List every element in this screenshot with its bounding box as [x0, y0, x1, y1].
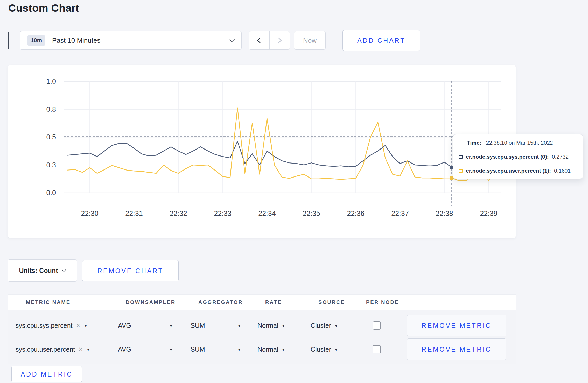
units-label: Units: Count: [19, 267, 58, 274]
svg-text:1.0: 1.0: [46, 77, 56, 85]
chevron-down-icon: [62, 268, 66, 272]
chevron-right-icon: [276, 38, 282, 44]
metric-name-value: sys.cpu.user.percent: [16, 346, 75, 353]
tooltip-series-row: cr.node.sys.cpu.sys.percent (0): 0.2732: [459, 154, 577, 160]
caret-down-icon: ▼: [237, 347, 241, 352]
chart-card: 0.00.30.50.81.022:3022:3122:3222:3322:34…: [8, 65, 516, 238]
svg-text:22:39: 22:39: [480, 210, 498, 217]
col-header-per-node: PER NODE: [366, 299, 399, 305]
svg-text:22:38: 22:38: [436, 210, 453, 217]
svg-text:22:37: 22:37: [391, 210, 409, 217]
now-button[interactable]: Now: [294, 31, 326, 50]
series-sys-swatch-icon: [459, 155, 463, 159]
series-user-swatch-icon: [459, 169, 463, 173]
chart-tooltip: Time: 22:38:10 on Mar 15th, 2022 cr.node…: [453, 134, 583, 179]
source-value: Cluster: [311, 322, 331, 329]
time-range-dropdown[interactable]: 10m Past 10 Minutes: [20, 31, 242, 50]
svg-text:22:32: 22:32: [170, 210, 187, 217]
per-node-checkbox[interactable]: [373, 345, 381, 353]
prev-time-button[interactable]: [249, 31, 269, 49]
remove-chart-button[interactable]: REMOVE CHART: [82, 260, 179, 281]
metrics-table-rows: sys.cpu.sys.percent × ▼ AVG ▼ SUM ▼ Norm…: [8, 310, 516, 364]
tooltip-time-value: 22:38:10 on Mar 15th, 2022: [486, 140, 553, 146]
caret-down-icon: ▼: [169, 323, 173, 328]
aggregator-select[interactable]: SUM ▼: [191, 337, 241, 361]
svg-text:22:30: 22:30: [81, 210, 99, 217]
tooltip-series-value: 0.1601: [554, 168, 571, 174]
rate-value: Normal: [257, 346, 278, 353]
chevron-left-icon: [257, 38, 263, 44]
per-node-checkbox[interactable]: [373, 321, 381, 330]
rate-select[interactable]: Normal ▼: [257, 337, 285, 361]
source-value: Cluster: [311, 346, 331, 353]
col-header-downsampler: DOWNSAMPLER: [126, 299, 176, 305]
time-range-badge: 10m: [27, 35, 45, 46]
remove-metric-button[interactable]: REMOVE METRIC: [407, 338, 506, 360]
svg-text:22:31: 22:31: [125, 210, 143, 217]
table-row: sys.cpu.user.percent × ▼ AVG ▼ SUM ▼ Nor…: [8, 337, 516, 361]
caret-down-icon: ▼: [334, 347, 338, 352]
metric-name-select[interactable]: sys.cpu.user.percent × ▼: [16, 337, 90, 361]
col-header-rate: RATE: [265, 299, 282, 305]
svg-text:0.3: 0.3: [46, 161, 56, 169]
caret-down-icon: ▼: [169, 347, 173, 352]
tooltip-series-label: cr.node.sys.cpu.sys.percent (0):: [466, 154, 549, 160]
table-row: sys.cpu.sys.percent × ▼ AVG ▼ SUM ▼ Norm…: [8, 313, 516, 338]
metrics-table-header: METRIC NAME DOWNSAMPLER AGGREGATOR RATE …: [8, 294, 516, 310]
caret-down-icon: ▼: [84, 323, 88, 328]
next-time-button[interactable]: [269, 31, 290, 49]
remove-metric-button[interactable]: REMOVE METRIC: [407, 315, 506, 336]
chart-canvas[interactable]: 0.00.30.50.81.022:3022:3122:3222:3322:34…: [8, 65, 516, 238]
col-header-source: SOURCE: [318, 299, 345, 305]
aggregator-value: SUM: [191, 322, 205, 329]
svg-text:22:35: 22:35: [303, 210, 320, 217]
caret-down-icon: ▼: [334, 323, 338, 328]
clear-metric-icon[interactable]: ×: [76, 322, 80, 330]
source-select[interactable]: Cluster ▼: [311, 313, 338, 338]
add-chart-button[interactable]: ADD CHART: [342, 30, 420, 51]
caret-down-icon: ▼: [237, 323, 241, 328]
tooltip-time-row: Time: 22:38:10 on Mar 15th, 2022: [467, 140, 577, 146]
svg-text:22:33: 22:33: [214, 210, 232, 217]
rate-select[interactable]: Normal ▼: [257, 313, 285, 338]
svg-text:22:34: 22:34: [258, 210, 276, 217]
svg-text:22:36: 22:36: [347, 210, 365, 217]
caret-down-icon: ▼: [86, 347, 90, 352]
metric-name-select[interactable]: sys.cpu.sys.percent × ▼: [16, 313, 88, 338]
units-dropdown[interactable]: Units: Count: [8, 259, 77, 282]
chevron-down-icon: [229, 37, 235, 42]
aggregator-select[interactable]: SUM ▼: [191, 313, 241, 338]
downsampler-value: AVG: [118, 346, 131, 353]
downsampler-value: AVG: [118, 322, 131, 329]
time-step-buttons: [249, 31, 290, 50]
svg-text:0.8: 0.8: [46, 105, 56, 113]
caret-down-icon: ▼: [282, 347, 285, 352]
tooltip-series-label: cr.node.sys.cpu.user.percent (1):: [466, 168, 551, 174]
custom-chart-page: Custom Chart 10m Past 10 Minutes Now ADD…: [0, 0, 588, 383]
svg-text:0.0: 0.0: [46, 189, 56, 197]
source-select[interactable]: Cluster ▼: [311, 337, 338, 361]
tooltip-time-label: Time:: [467, 140, 481, 146]
toolbar-left-divider: [8, 32, 9, 49]
aggregator-value: SUM: [191, 346, 205, 353]
downsampler-select[interactable]: AVG ▼: [118, 337, 173, 361]
clear-metric-icon[interactable]: ×: [79, 345, 83, 353]
col-header-aggregator: AGGREGATOR: [198, 299, 243, 305]
tooltip-series-row: cr.node.sys.cpu.user.percent (1): 0.1601: [459, 168, 577, 174]
downsampler-select[interactable]: AVG ▼: [118, 313, 173, 338]
time-range-label: Past 10 Minutes: [52, 37, 230, 45]
rate-value: Normal: [257, 322, 278, 329]
svg-text:0.5: 0.5: [46, 133, 56, 141]
col-header-metric-name: METRIC NAME: [26, 299, 71, 305]
tooltip-series-value: 0.2732: [552, 154, 569, 160]
add-metric-button[interactable]: ADD METRIC: [11, 366, 82, 382]
metric-name-value: sys.cpu.sys.percent: [16, 322, 73, 329]
caret-down-icon: ▼: [282, 323, 285, 328]
page-title: Custom Chart: [8, 2, 79, 14]
